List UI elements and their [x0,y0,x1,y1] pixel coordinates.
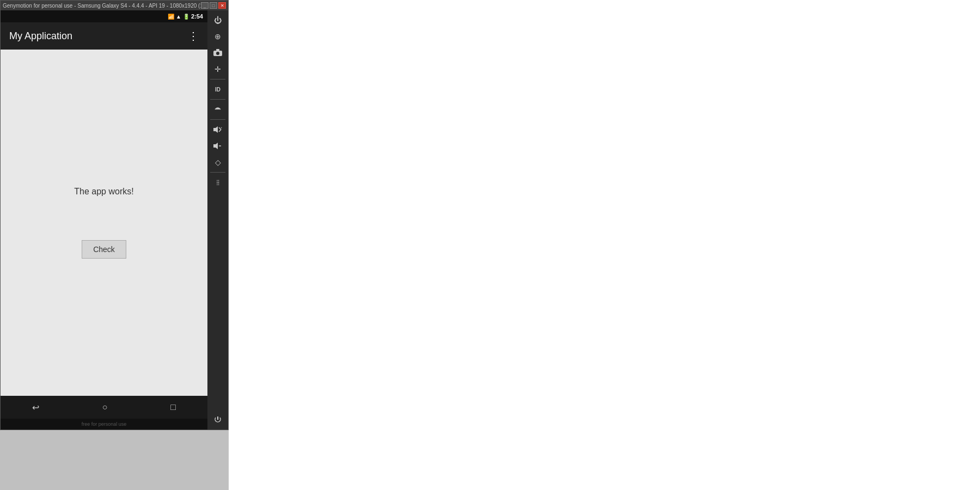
id-icon[interactable]: ID [209,82,226,97]
resize-icon[interactable]: ⣿ [209,175,226,190]
title-bar-buttons: _ □ ✕ [201,2,226,9]
battery-icon: 🔋 [183,14,189,20]
power-bottom-icon[interactable] [209,412,226,427]
status-time: 2:54 [191,13,203,20]
gps-icon[interactable]: ⊕ [209,29,226,44]
title-bar: Genymotion for personal use - Samsung Ga… [1,1,228,10]
svg-point-1 [216,52,219,55]
app-content: The app works! Check [1,50,207,396]
svg-line-5 [219,130,221,132]
phone-screen: 📶 ▲ 🔋 2:54 My Application ⋮ The app work… [1,10,207,430]
toolbar-divider-3 [210,119,225,120]
nav-bar: ↩ ○ □ [1,396,207,419]
recents-button[interactable]: □ [166,400,180,414]
toolbar-divider-4 [210,172,225,173]
volume-up-icon[interactable]: + [209,122,226,137]
power-icon[interactable]: ⏻ [209,13,226,28]
status-icons: 📶 ▲ 🔋 2:54 [168,13,203,20]
wifi-icon: 📶 [168,14,174,20]
toolbar-divider-2 [210,99,225,100]
status-bar: 📶 ▲ 🔋 2:54 [1,10,207,22]
title-bar-text: Genymotion for personal use - Samsung Ga… [3,3,201,9]
signal-icon: ▲ [176,14,181,20]
check-button[interactable]: Check [82,240,126,259]
svg-marker-7 [213,143,218,149]
svg-text:+: + [220,126,222,129]
home-button[interactable]: ○ [98,400,112,414]
nfc-icon[interactable] [209,102,226,117]
emulator-window: Genymotion for personal use - Samsung Ga… [0,0,229,430]
volume-down-icon[interactable] [209,138,226,154]
side-toolbar: ⏻ ⊕ ✛ ID [207,10,228,430]
watermark-text: free for personal use [82,421,127,427]
emulator-body: 📶 ▲ 🔋 2:54 My Application ⋮ The app work… [1,10,228,430]
app-message: The app works! [74,187,133,197]
maximize-button[interactable]: □ [210,2,217,9]
rotate-icon[interactable]: ◇ [209,155,226,170]
dpad-icon[interactable]: ✛ [209,62,226,77]
bottom-bar: free for personal use [1,419,207,430]
minimize-button[interactable]: _ [201,2,209,9]
camera-icon[interactable] [209,45,226,60]
overflow-menu-icon[interactable]: ⋮ [188,29,199,42]
svg-marker-3 [213,126,218,133]
app-title: My Application [9,30,72,42]
toolbar-divider-1 [210,79,225,79]
close-button[interactable]: ✕ [218,2,226,9]
right-area [229,0,980,490]
back-button[interactable]: ↩ [28,400,44,415]
svg-rect-2 [216,49,219,51]
app-bar: My Application ⋮ [1,22,207,50]
